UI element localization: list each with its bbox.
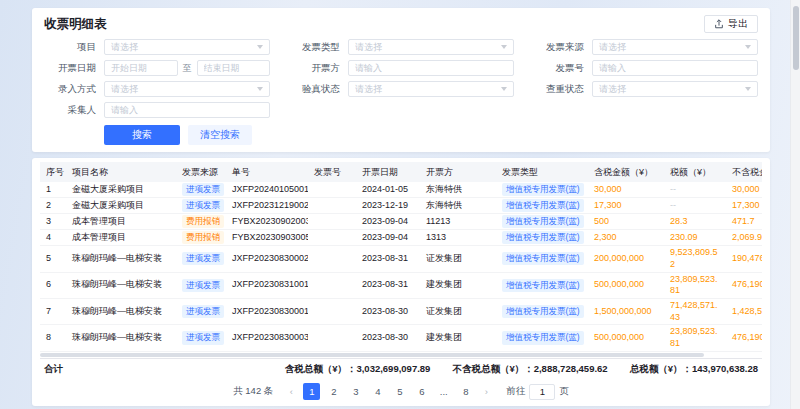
collector-input-wrap[interactable]: [104, 102, 270, 118]
cell-type: 增值税专用发票(蓝): [496, 272, 588, 298]
cell-net: 1,428,571,428.57: [726, 298, 762, 324]
cell-invoice-no: [308, 214, 356, 230]
field-project: 项目 请选择: [44, 39, 270, 55]
cell-no: 6: [40, 272, 66, 298]
dup-status-select[interactable]: 请选择: [592, 81, 758, 97]
page-button[interactable]: 5: [391, 383, 408, 400]
date-start-input-wrap[interactable]: [104, 60, 178, 76]
cell-invoice-no: [308, 325, 356, 351]
invoice-date-label: 开票日期: [44, 62, 96, 75]
page-button[interactable]: 2: [325, 383, 342, 400]
table-row: 8 珠穆朗玛峰—电梯安装 进项发票 JXFP20230830003 2023-0…: [40, 325, 762, 351]
cell-source: 进项发票: [176, 246, 226, 272]
field-invoicing-party: 开票方: [288, 60, 514, 76]
invoicing-party-input[interactable]: [355, 63, 507, 73]
summary-tax-excl: 不含税总额（¥）：2,888,728,459.62: [452, 363, 607, 376]
cell-party: 东海特供: [420, 198, 496, 214]
cell-amount: 500: [588, 214, 664, 230]
invoicing-party-input-wrap[interactable]: [348, 60, 514, 76]
cell-project: 金磁大厦采购项目: [66, 198, 176, 214]
cell-party: 建发集团: [420, 272, 496, 298]
cell-invoice-no: [308, 230, 356, 246]
invoice-no-label: 发票号: [532, 62, 584, 75]
source-badge: 费用报销: [182, 215, 224, 228]
date-range-separator: 至: [183, 62, 192, 75]
cell-party: 11213: [420, 214, 496, 230]
cell-party: 证发集团: [420, 246, 496, 272]
collector-input[interactable]: [111, 105, 263, 115]
entry-method-select[interactable]: 请选择: [104, 81, 270, 97]
vertical-scrollbar-thumb[interactable]: [793, 6, 799, 70]
page-button[interactable]: 3: [347, 383, 364, 400]
cell-date: 2023-08-30: [356, 298, 420, 324]
cell-net: 476,190,476.19: [726, 325, 762, 351]
table-card: 序号 项目名称 发票来源 单号 发票号 开票日期 开票方 发票类型 含税金额（¥…: [32, 158, 770, 406]
col-header-source: 发票来源: [176, 162, 226, 182]
summary-row: 合计 含税总额（¥）：3,032,699,097.89 不含税总额（¥）：2,8…: [40, 358, 762, 380]
page-button[interactable]: 4: [369, 383, 386, 400]
cell-type: 增值税专用发票(蓝): [496, 298, 588, 324]
page-ellipsis[interactable]: ...: [435, 383, 452, 400]
chevron-down-icon: [745, 87, 751, 91]
cell-date: 2023-08-31: [356, 272, 420, 298]
cell-no: 1: [40, 182, 66, 198]
cell-date: 2023-12-19: [356, 198, 420, 214]
chevron-right-icon[interactable]: ›: [479, 386, 493, 397]
horizontal-scrollbar[interactable]: [40, 352, 762, 358]
invoice-no-input-wrap[interactable]: [592, 60, 758, 76]
summary-tax-incl: 含税总额（¥）：3,032,699,097.89: [285, 363, 431, 376]
verify-status-label: 验真状态: [288, 83, 340, 96]
summary-tax-total: 总税额（¥）：143,970,638.28: [630, 363, 758, 376]
chevron-down-icon: [257, 45, 263, 49]
cell-date: 2023-09-04: [356, 214, 420, 230]
search-button[interactable]: 搜索: [104, 125, 180, 145]
invoice-no-input[interactable]: [599, 63, 751, 73]
page-button[interactable]: 8: [457, 383, 474, 400]
field-invoice-no: 发票号: [532, 60, 758, 76]
clear-search-button[interactable]: 清空搜索: [188, 125, 252, 145]
horizontal-scrollbar-thumb[interactable]: [40, 353, 704, 357]
cell-invoice-no: [308, 182, 356, 198]
table-row: 4 成本管理项目 费用报销 FYBX20230903005 2023-09-04…: [40, 230, 762, 246]
filter-card: 收票明细表 导出 项目 请选择 发票类型 请选择: [32, 8, 770, 152]
cell-invoice-no: [308, 298, 356, 324]
cell-source: 进项发票: [176, 182, 226, 198]
verify-status-placeholder: 请选择: [355, 83, 497, 96]
invoice-type-select[interactable]: 请选择: [348, 39, 514, 55]
entry-method-label: 录入方式: [44, 83, 96, 96]
cell-amount: 1,500,000,000: [588, 298, 664, 324]
cell-project: 珠穆朗玛峰—电梯安装: [66, 272, 176, 298]
export-button[interactable]: 导出: [704, 15, 758, 33]
date-start-input[interactable]: [111, 63, 171, 73]
col-header-date: 开票日期: [356, 162, 420, 182]
cell-invoice-no: [308, 198, 356, 214]
invoice-source-select[interactable]: 请选择: [592, 39, 758, 55]
cell-amount: 2,300: [588, 230, 664, 246]
cell-source: 进项发票: [176, 298, 226, 324]
table-row: 1 金磁大厦采购项目 进项发票 JXFP20240105001 2024-01-…: [40, 182, 762, 198]
goto-page-input[interactable]: [529, 384, 555, 400]
project-select[interactable]: 请选择: [104, 39, 270, 55]
vertical-scrollbar[interactable]: [790, 0, 800, 409]
cell-tax: 23,809,523.81: [664, 325, 726, 351]
cell-party: 证发集团: [420, 298, 496, 324]
table-scroll-area[interactable]: 序号 项目名称 发票来源 单号 发票号 开票日期 开票方 发票类型 含税金额（¥…: [40, 162, 762, 352]
page-button[interactable]: 6: [413, 383, 430, 400]
cell-tax: --: [664, 198, 726, 214]
cell-party: 东海特供: [420, 182, 496, 198]
source-badge: 进项发票: [182, 183, 224, 196]
title-row: 收票明细表 导出: [44, 14, 758, 34]
cell-project: 金磁大厦采购项目: [66, 182, 176, 198]
chevron-down-icon: [501, 87, 507, 91]
date-end-input[interactable]: [204, 63, 264, 73]
chevron-left-icon[interactable]: ‹: [284, 386, 298, 397]
summary-tax-total-label: 总税额（¥）：: [630, 363, 692, 374]
date-end-input-wrap[interactable]: [197, 60, 271, 76]
cell-no: 7: [40, 298, 66, 324]
verify-status-select[interactable]: 请选择: [348, 81, 514, 97]
page-button[interactable]: 1: [303, 383, 320, 400]
cell-no: 3: [40, 214, 66, 230]
table-header-row: 序号 项目名称 发票来源 单号 发票号 开票日期 开票方 发票类型 含税金额（¥…: [40, 162, 762, 182]
cell-order-no: JXFP20230830001: [226, 298, 308, 324]
invoice-source-placeholder: 请选择: [599, 41, 741, 54]
